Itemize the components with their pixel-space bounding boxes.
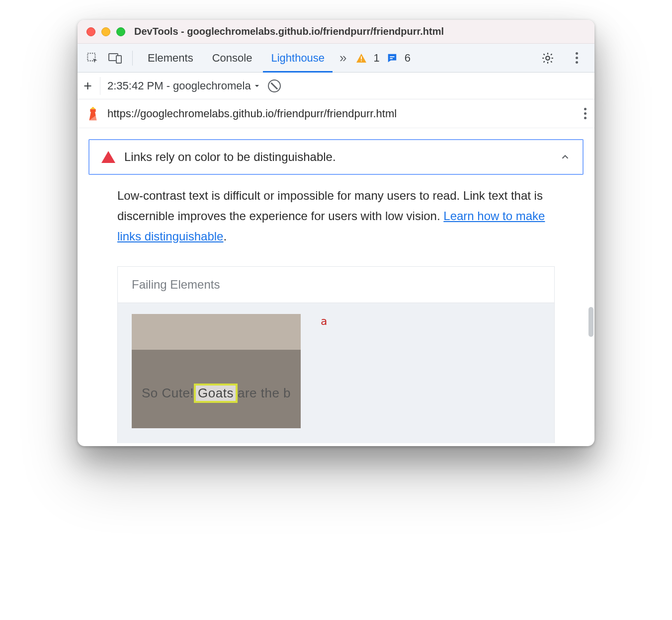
zoom-window-button[interactable] (116, 27, 125, 36)
messages-count: 6 (405, 52, 411, 65)
svg-rect-5 (390, 56, 394, 57)
audit-description: Low-contrast text is difficult or imposs… (88, 186, 584, 246)
svg-rect-4 (361, 60, 362, 61)
report-url: https://googlechromelabs.github.io/frien… (107, 107, 397, 120)
svg-rect-8 (90, 109, 95, 112)
tab-elements[interactable]: Elements (140, 44, 201, 73)
window-controls (86, 27, 125, 36)
svg-point-7 (546, 56, 550, 60)
toolbar-separator (132, 51, 133, 66)
new-report-button[interactable] (83, 77, 100, 95)
more-menu-icon[interactable] (567, 48, 587, 68)
audit-title: Links rely on color to be distinguishabl… (124, 150, 336, 164)
svg-rect-6 (390, 58, 393, 59)
titlebar: DevTools - googlechromelabs.github.io/fr… (78, 20, 594, 44)
failing-elements-section: Failing Elements So Cute! Goats are the … (117, 266, 555, 443)
highlighted-link-text: Goats (194, 384, 238, 403)
report-dropdown-label: 2:35:42 PM - googlechromela (107, 79, 251, 92)
inspect-element-icon[interactable] (83, 48, 102, 68)
issue-counters: 1 6 (356, 52, 411, 65)
svg-rect-3 (361, 56, 362, 59)
audit-item[interactable]: Links rely on color to be distinguishabl… (88, 139, 584, 175)
report-url-row: https://googlechromelabs.github.io/frien… (78, 99, 594, 128)
chevron-up-icon[interactable] (560, 152, 571, 162)
thumb-text-pre: So Cute! (142, 386, 194, 401)
devtools-toolbar: Elements Console Lighthouse » 1 6 (78, 44, 594, 73)
close-window-button[interactable] (86, 27, 95, 36)
caret-down-icon (253, 82, 261, 90)
report-menu-icon[interactable] (584, 108, 587, 119)
device-toolbar-icon[interactable] (105, 48, 125, 68)
tabs-overflow-icon[interactable]: » (336, 50, 350, 66)
messages-icon[interactable] (387, 53, 398, 64)
report-dropdown[interactable]: 2:35:42 PM - googlechromela (107, 79, 261, 92)
settings-gear-icon[interactable] (538, 48, 558, 68)
lighthouse-logo-icon (85, 106, 100, 121)
lighthouse-toolbar: 2:35:42 PM - googlechromela (78, 73, 594, 99)
element-tag[interactable]: a (321, 315, 327, 327)
window-title: DevTools - googlechromelabs.github.io/fr… (134, 26, 444, 37)
lighthouse-content: Links rely on color to be distinguishabl… (78, 128, 594, 446)
warning-count: 1 (374, 52, 380, 65)
failing-elements-body: So Cute! Goats are the b a (118, 303, 554, 443)
minimize-window-button[interactable] (101, 27, 110, 36)
warning-icon[interactable] (356, 53, 367, 63)
scrollbar-thumb[interactable] (588, 307, 593, 337)
tab-console[interactable]: Console (204, 44, 260, 73)
failing-elements-header: Failing Elements (118, 267, 554, 303)
tab-lighthouse[interactable]: Lighthouse (263, 44, 333, 73)
thumb-text-post: are the b (238, 386, 291, 401)
audit-fail-icon (101, 151, 115, 163)
devtools-window: DevTools - googlechromelabs.github.io/fr… (78, 20, 594, 446)
clear-report-icon[interactable] (268, 79, 281, 92)
element-screenshot[interactable]: So Cute! Goats are the b (132, 314, 301, 428)
audit-description-text-post: . (223, 230, 227, 243)
svg-rect-2 (116, 56, 121, 63)
